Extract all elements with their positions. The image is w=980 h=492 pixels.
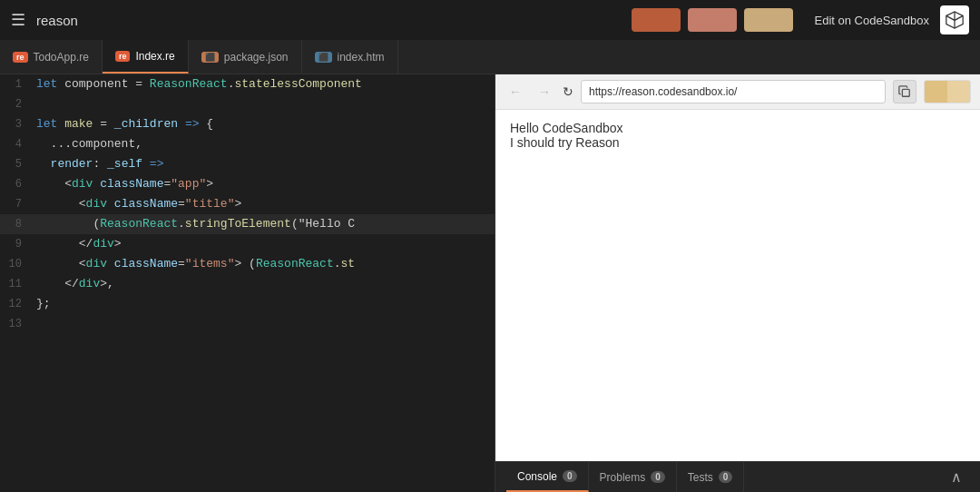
edit-codesandbox-label: Edit on CodeSandbox (815, 14, 929, 27)
code-line-5: 5 render: _self => (0, 154, 495, 174)
tab-todoapp-label: TodoApp.re (34, 51, 89, 64)
color-swatch-2[interactable] (688, 8, 737, 32)
browser-panel: ← → ↻ Hello CodeSandbox I should try Rea… (495, 74, 980, 492)
problems-tab[interactable]: Problems 0 (589, 462, 677, 492)
tab-index-label: Index.re (135, 50, 174, 63)
code-line-1: 1 let component = ReasonReact.statelessC… (0, 74, 495, 94)
console-bar: Console 0 Problems 0 Tests 0 ∧ (495, 461, 980, 492)
app-title: reason (36, 13, 78, 28)
tab-todoapp[interactable]: re TodoApp.re (0, 40, 103, 74)
codesandbox-logo[interactable] (940, 5, 969, 34)
problems-badge: 0 (651, 471, 665, 483)
code-lines: 1 let component = ReasonReact.statelessC… (0, 74, 495, 334)
forward-button[interactable]: → (534, 81, 555, 103)
code-line-12: 12 }; (0, 294, 495, 314)
main-content: 1 let component = ReasonReact.statelessC… (0, 74, 980, 492)
tab-html-badge: ⬛ (315, 52, 332, 63)
browser-hello-text: Hello CodeSandbox (510, 121, 965, 135)
tab-package-json[interactable]: ⬛ package.json (189, 40, 302, 74)
code-line-3: 3 let make = _children => { (0, 114, 495, 134)
color-swatch-1[interactable] (632, 8, 681, 32)
hamburger-icon[interactable]: ☰ (11, 10, 25, 30)
code-line-6: 6 <div className="app"> (0, 174, 495, 194)
browser-swatch[interactable] (924, 80, 971, 103)
code-line-4: 4 ...component, (0, 134, 495, 154)
code-line-11: 11 </div>, (0, 274, 495, 294)
tab-index[interactable]: re Index.re (103, 40, 189, 74)
code-editor[interactable]: 1 let component = ReasonReact.statelessC… (0, 74, 495, 492)
browser-should-text: I should try Reason (510, 135, 965, 150)
url-bar[interactable] (581, 80, 886, 103)
top-bar: ☰ reason Edit on CodeSandbox (0, 0, 980, 40)
tests-badge: 0 (719, 471, 733, 483)
console-chevron-up-icon[interactable]: ∧ (944, 468, 969, 486)
copy-url-button[interactable] (893, 80, 916, 103)
svg-rect-0 (902, 89, 909, 96)
code-line-8: 8 (ReasonReact.stringToElement("Hello C (0, 214, 495, 234)
color-swatches (632, 8, 793, 32)
problems-tab-label: Problems (600, 471, 646, 484)
console-tab[interactable]: Console 0 (506, 462, 589, 492)
tab-re-badge-2: re (115, 51, 131, 62)
console-tab-label: Console (517, 470, 557, 483)
color-swatch-3[interactable] (744, 8, 793, 32)
reload-button[interactable]: ↻ (563, 84, 573, 99)
tab-json-badge: ⬛ (201, 52, 219, 63)
tab-bar: re TodoApp.re re Index.re ⬛ package.json… (0, 40, 980, 74)
tab-packagejson-label: package.json (224, 51, 289, 64)
back-button[interactable]: ← (505, 81, 526, 103)
tests-tab[interactable]: Tests 0 (677, 462, 745, 492)
tab-indexhtml-label: index.htm (338, 51, 385, 64)
browser-bar: ← → ↻ (495, 74, 980, 110)
tab-index-html[interactable]: ⬛ index.htm (302, 40, 398, 74)
code-line-10: 10 <div className="items"> (ReasonReact.… (0, 254, 495, 274)
console-badge: 0 (563, 470, 577, 482)
code-line-13: 13 (0, 314, 495, 334)
tests-tab-label: Tests (688, 471, 713, 484)
browser-content: Hello CodeSandbox I should try Reason (495, 110, 980, 461)
code-line-2: 2 (0, 94, 495, 114)
tab-re-badge: re (13, 52, 28, 63)
code-line-7: 7 <div className="title"> (0, 194, 495, 214)
code-line-9: 9 </div> (0, 234, 495, 254)
